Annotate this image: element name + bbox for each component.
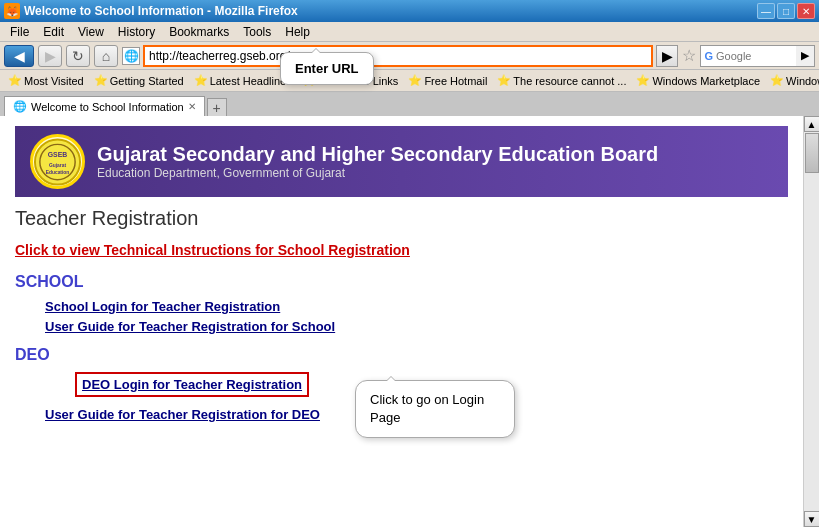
browser-content: GSEB Gujarat Education Gujarat Secondary… <box>0 116 819 527</box>
svg-text:Education: Education <box>46 169 70 174</box>
nav-bar: ◀ ▶ ↻ ⌂ 🌐 ▶ ☆ G ▶ <box>0 42 819 70</box>
page-heading: Teacher Registration <box>15 207 788 230</box>
bookmark-getting-started[interactable]: ⭐ Getting Started <box>90 73 188 88</box>
address-bar-container: 🌐 ▶ <box>122 45 678 67</box>
scroll-thumb[interactable] <box>805 133 819 173</box>
svg-text:GSEB: GSEB <box>48 151 67 158</box>
forward-button[interactable]: ▶ <box>38 45 62 67</box>
home-button[interactable]: ⌂ <box>94 45 118 67</box>
school-section: SCHOOL School Login for Teacher Registra… <box>15 273 788 334</box>
svg-text:Gujarat: Gujarat <box>49 162 66 167</box>
scroll-up-button[interactable]: ▲ <box>804 116 820 132</box>
scroll-down-button[interactable]: ▼ <box>804 511 820 527</box>
school-login-link[interactable]: School Login for Teacher Registration <box>45 299 788 314</box>
minimize-button[interactable]: — <box>757 3 775 19</box>
bookmark-star[interactable]: ☆ <box>682 46 696 65</box>
menu-view[interactable]: View <box>72 23 110 41</box>
search-input[interactable] <box>716 46 796 66</box>
login-tooltip: Click to go on Login Page <box>355 380 515 438</box>
bookmark-most-visited[interactable]: ⭐ Most Visited <box>4 73 88 88</box>
maximize-button[interactable]: □ <box>777 3 795 19</box>
refresh-button[interactable]: ↻ <box>66 45 90 67</box>
bookmarks-bar: ⭐ Most Visited ⭐ Getting Started ⭐ Lates… <box>0 70 819 92</box>
url-tooltip: Enter URL <box>280 52 374 85</box>
back-button[interactable]: ◀ <box>4 45 34 67</box>
deo-section-heading: DEO <box>15 346 788 364</box>
banner-logo: GSEB Gujarat Education <box>30 134 85 189</box>
menu-tools[interactable]: Tools <box>237 23 277 41</box>
menu-edit[interactable]: Edit <box>37 23 70 41</box>
new-tab-button[interactable]: + <box>207 98 227 116</box>
page-content: GSEB Gujarat Education Gujarat Secondary… <box>0 116 803 527</box>
tab-welcome[interactable]: 🌐 Welcome to School Information ✕ <box>4 96 205 116</box>
favicon: 🌐 <box>122 47 140 65</box>
menu-file[interactable]: File <box>4 23 35 41</box>
menu-help[interactable]: Help <box>279 23 316 41</box>
title-text: Welcome to School Information - Mozilla … <box>24 4 298 18</box>
bookmark-windows-media[interactable]: ⭐ Windows Media <box>766 73 819 88</box>
title-bar: 🦊 Welcome to School Information - Mozill… <box>0 0 819 22</box>
school-user-guide-link[interactable]: User Guide for Teacher Registration for … <box>45 319 788 334</box>
tab-bar: 🌐 Welcome to School Information ✕ + <box>0 92 819 116</box>
bookmark-resource[interactable]: ⭐ The resource cannot ... <box>493 73 630 88</box>
search-engine-logo: G <box>701 50 716 62</box>
tab-label: Welcome to School Information <box>31 101 184 113</box>
scrollbar[interactable]: ▲ ▼ <box>803 116 819 527</box>
banner-subtitle: Education Department, Government of Guja… <box>97 166 658 180</box>
bookmark-free-hotmail[interactable]: ⭐ Free Hotmail <box>404 73 491 88</box>
go-button[interactable]: ▶ <box>656 45 678 67</box>
tab-favicon: 🌐 <box>13 100 27 113</box>
browser-icon: 🦊 <box>4 3 20 19</box>
deo-login-link[interactable]: DEO Login for Teacher Registration <box>75 372 309 397</box>
address-input[interactable] <box>143 45 653 67</box>
banner: GSEB Gujarat Education Gujarat Secondary… <box>15 126 788 197</box>
menu-history[interactable]: History <box>112 23 161 41</box>
menu-bookmarks[interactable]: Bookmarks <box>163 23 235 41</box>
search-bar: G ▶ <box>700 45 815 67</box>
tab-close-button[interactable]: ✕ <box>188 101 196 112</box>
bookmark-windows-marketplace[interactable]: ⭐ Windows Marketplace <box>632 73 764 88</box>
tech-instructions-link[interactable]: Click to view Technical Instructions for… <box>15 242 788 258</box>
close-button[interactable]: ✕ <box>797 3 815 19</box>
banner-text-container: Gujarat Secondary and Higher Secondary E… <box>97 143 658 180</box>
school-section-heading: SCHOOL <box>15 273 788 291</box>
menu-bar: File Edit View History Bookmarks Tools H… <box>0 22 819 42</box>
window-controls: — □ ✕ <box>757 3 815 19</box>
scroll-track <box>804 132 819 511</box>
banner-title: Gujarat Secondary and Higher Secondary E… <box>97 143 658 166</box>
search-go-button[interactable]: ▶ <box>796 46 814 66</box>
